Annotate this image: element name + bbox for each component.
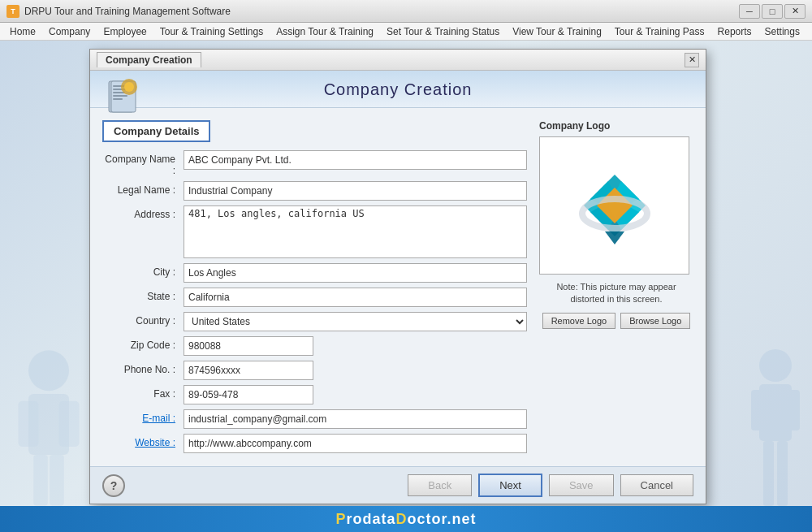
remove-logo-button[interactable]: Remove Logo: [542, 313, 616, 329]
svg-rect-2: [19, 401, 39, 447]
zipcode-input[interactable]: [184, 336, 313, 356]
header-book-icon: [105, 77, 149, 118]
country-select[interactable]: United States Canada United Kingdom Indi…: [184, 312, 527, 331]
minimize-button[interactable]: ─: [739, 4, 760, 19]
browse-logo-button[interactable]: Browse Logo: [620, 313, 690, 329]
maximize-button[interactable]: □: [762, 4, 783, 19]
dialog-header: Company Creation: [90, 71, 706, 108]
menu-employee[interactable]: Employee: [97, 24, 153, 39]
dialog-title: Company Creation: [106, 80, 689, 99]
zipcode-row: Zip Code :: [102, 336, 527, 356]
svg-rect-18: [113, 98, 123, 100]
website-row: Website :: [102, 434, 527, 453]
logo-section: Company Logo: [539, 120, 693, 458]
website-input[interactable]: [184, 434, 527, 453]
fax-input[interactable]: [184, 385, 313, 404]
banner-highlight2: D: [396, 511, 408, 527]
address-input[interactable]: [184, 205, 527, 258]
phone-row: Phone No. :: [102, 361, 527, 380]
dialog: Company Creation ✕ Company Creation: [89, 49, 706, 504]
state-input[interactable]: [184, 288, 527, 307]
company-name-row: Company Name :: [102, 150, 527, 176]
phone-label: Phone No. :: [102, 361, 184, 375]
state-row: State :: [102, 288, 527, 307]
dialog-tab: Company Creation: [97, 52, 201, 67]
main-area: Company Creation ✕ Company Creation: [0, 41, 812, 532]
svg-rect-8: [751, 390, 766, 430]
country-row: Country : United States Canada United Ki…: [102, 312, 527, 331]
menu-view-tour[interactable]: View Tour & Training: [506, 24, 608, 39]
phone-input[interactable]: [184, 361, 313, 380]
bg-figure-left: [0, 345, 97, 508]
company-name-label: Company Name :: [102, 150, 184, 176]
logo-box: [539, 136, 689, 275]
fax-row: Fax :: [102, 385, 527, 404]
dialog-close-button[interactable]: ✕: [685, 53, 699, 67]
legal-name-input[interactable]: [184, 181, 527, 201]
dialog-body: Company Details Company Name : Legal Nam…: [90, 108, 706, 466]
svg-rect-9: [785, 390, 800, 430]
city-row: City :: [102, 263, 527, 283]
logo-note: Note: This picture may appear distorted …: [539, 281, 693, 306]
email-input[interactable]: [184, 409, 527, 429]
svg-marker-27: [605, 231, 624, 244]
svg-rect-3: [59, 401, 80, 447]
menu-company[interactable]: Company: [42, 24, 97, 39]
menu-tour-training-settings[interactable]: Tour & Training Settings: [153, 24, 270, 39]
menu-home[interactable]: Home: [3, 24, 42, 39]
svg-rect-11: [777, 441, 788, 506]
city-label: City :: [102, 263, 184, 278]
logo-buttons: Remove Logo Browse Logo: [539, 313, 693, 329]
state-label: State :: [102, 288, 184, 302]
legal-name-row: Legal Name :: [102, 181, 527, 201]
close-button[interactable]: ✕: [784, 4, 806, 19]
bg-figure-right: [739, 345, 812, 508]
menu-set-status[interactable]: Set Tour & Training Status: [380, 24, 506, 39]
save-button[interactable]: Save: [549, 474, 614, 496]
titlebar: T DRPU Tour and Training Management Soft…: [0, 0, 812, 23]
svg-rect-4: [33, 455, 48, 506]
menu-reports[interactable]: Reports: [711, 24, 758, 39]
address-row: Address :: [102, 205, 527, 258]
menu-help[interactable]: Help: [806, 24, 812, 39]
legal-name-label: Legal Name :: [102, 181, 184, 196]
form-section: Company Details Company Name : Legal Nam…: [102, 120, 527, 458]
city-input[interactable]: [184, 263, 527, 283]
dialog-footer: ? Back Next Save Cancel: [90, 466, 706, 504]
svg-rect-17: [113, 95, 127, 97]
app-icon: T: [6, 5, 19, 18]
email-row: E-mail :: [102, 409, 527, 429]
svg-point-6: [759, 349, 792, 382]
company-name-input[interactable]: [184, 150, 527, 170]
bottom-banner: ProdataDoctor.net: [0, 506, 812, 532]
address-label: Address :: [102, 205, 184, 220]
dialog-titlebar: Company Creation ✕: [90, 50, 706, 71]
menubar: Home Company Employee Tour & Training Se…: [0, 23, 812, 41]
cancel-button[interactable]: Cancel: [620, 474, 693, 496]
svg-point-0: [28, 350, 69, 391]
bottom-banner-text: ProdataDoctor.net: [335, 511, 476, 528]
email-label[interactable]: E-mail :: [102, 409, 184, 424]
fax-label: Fax :: [102, 385, 184, 400]
svg-rect-10: [763, 441, 774, 506]
section-header: Company Details: [102, 120, 210, 142]
titlebar-title: DRPU Tour and Training Management Softwa…: [24, 6, 739, 17]
country-label: Country :: [102, 312, 184, 327]
menu-settings[interactable]: Settings: [758, 24, 806, 39]
banner-highlight: P: [335, 511, 346, 527]
menu-assign-tour[interactable]: Assign Tour & Training: [270, 24, 380, 39]
help-button[interactable]: ?: [102, 474, 125, 497]
svg-point-20: [124, 82, 134, 92]
zipcode-label: Zip Code :: [102, 336, 184, 351]
next-button[interactable]: Next: [478, 474, 542, 497]
titlebar-controls: ─ □ ✕: [739, 4, 806, 19]
svg-rect-5: [50, 455, 64, 506]
logo-label: Company Logo: [539, 120, 693, 132]
back-button[interactable]: Back: [408, 474, 472, 496]
website-label[interactable]: Website :: [102, 434, 184, 448]
menu-tour-pass[interactable]: Tour & Training Pass: [608, 24, 711, 39]
company-logo-image: [566, 157, 663, 254]
